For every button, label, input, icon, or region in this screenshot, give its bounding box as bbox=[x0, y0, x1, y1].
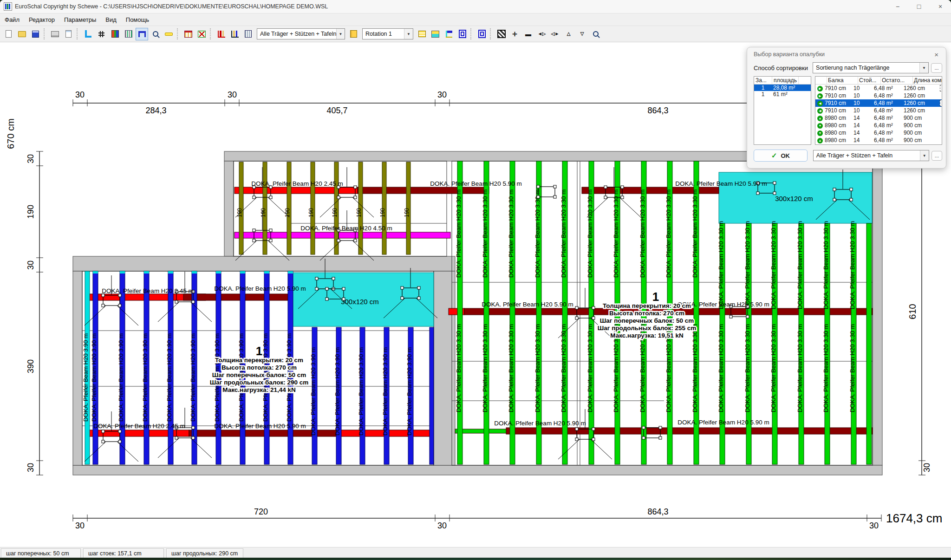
beam-layout-button[interactable] bbox=[122, 28, 135, 40]
cell: 1260 cm bbox=[904, 107, 939, 114]
beam-table[interactable]: Балка Стой... Остато... Длина компо... ▶… bbox=[815, 76, 942, 145]
shift-left-button[interactable]: ◄▷ bbox=[535, 28, 548, 40]
table-row[interactable]: ▶7910 cm106,48 m²1260 cm bbox=[815, 92, 942, 99]
field-number: 1 bbox=[652, 290, 659, 304]
beam-label: DOKA. Pfeifer Beam H20 3.30 m bbox=[744, 324, 751, 412]
rotation-combobox[interactable]: Rotation 1 ▼ bbox=[362, 28, 413, 39]
measure-tool-button[interactable] bbox=[163, 28, 175, 40]
beam-label: DOKA. Pfeifer Beam H20 3.30 m bbox=[612, 189, 619, 278]
layers-button[interactable] bbox=[416, 28, 428, 40]
pattern-icon bbox=[497, 30, 506, 38]
cell: 1260 cm bbox=[904, 85, 939, 91]
beam-label: DOKA. Pfeifer Beam H20 3.30 m bbox=[849, 324, 856, 412]
shift-right-button[interactable]: ◁► bbox=[549, 28, 561, 40]
menu-view[interactable]: Вид bbox=[101, 15, 121, 25]
formwork-grid-button[interactable] bbox=[109, 28, 121, 40]
sort-more-button[interactable]: ... bbox=[931, 63, 942, 73]
support-stats-button[interactable] bbox=[215, 28, 228, 40]
zoom-out-button[interactable]: ▬ bbox=[522, 28, 534, 40]
menu-help[interactable]: Помощь bbox=[121, 15, 154, 25]
parts-list-button[interactable] bbox=[242, 28, 254, 40]
move-beam-button[interactable] bbox=[443, 28, 455, 40]
save-button[interactable] bbox=[29, 28, 42, 40]
panel-preview-button[interactable] bbox=[476, 28, 488, 40]
magnifier-icon bbox=[593, 31, 599, 37]
print-button[interactable] bbox=[49, 28, 61, 40]
panel-preview-icon bbox=[478, 30, 486, 38]
svg-text:284,3: 284,3 bbox=[145, 106, 166, 115]
beam-table-button[interactable] bbox=[182, 28, 195, 40]
beam-label: DOKA. Pfeifer Beam H20 3.90 m bbox=[142, 333, 149, 422]
cell: 10 bbox=[853, 85, 874, 91]
shift-up-button[interactable]: △ bbox=[562, 28, 575, 40]
sort-combobox[interactable]: Sortierung nach Trägerlänge ▼ bbox=[813, 62, 929, 73]
minimize-icon[interactable]: − bbox=[887, 0, 908, 13]
col-header[interactable]: Длина компо... bbox=[913, 77, 942, 84]
filter-more-button[interactable]: ... bbox=[931, 151, 942, 161]
cell: 61 m² bbox=[772, 91, 789, 98]
cell: 900 cm bbox=[904, 115, 939, 121]
svg-text:610: 610 bbox=[907, 304, 918, 319]
cycle-t1t2-button[interactable] bbox=[429, 28, 442, 40]
beam-label: DOKA. Pfeifer Beam H20 3.30 m bbox=[822, 221, 829, 309]
list-item[interactable]: 128,08 m² bbox=[754, 85, 811, 91]
slab-formwork-button[interactable] bbox=[136, 28, 148, 40]
selection-marker bbox=[940, 100, 942, 106]
panel-view-button[interactable] bbox=[456, 28, 469, 40]
title-bar[interactable]: EuroSchal Copyright by Schewe - C:\USERS… bbox=[0, 0, 951, 13]
chevron-down-icon[interactable]: ▼ bbox=[920, 150, 929, 161]
variant-list[interactable]: За... площадь 128,08 m²161 m² bbox=[754, 76, 811, 145]
maximize-icon[interactable]: □ bbox=[908, 0, 930, 13]
beam-label: DOKA. Pfeifer Beam H20 5.90 m bbox=[494, 420, 586, 427]
col-header[interactable]: Остато... bbox=[881, 77, 913, 84]
edit-variant-button[interactable] bbox=[347, 28, 360, 40]
table-row[interactable]: ▶7910 cm106,48 m²1260 cm bbox=[815, 85, 942, 92]
ok-button[interactable]: ✓ OK bbox=[754, 150, 808, 162]
beam-label: DOKA. Pfeifer Beam H20 3.30 m bbox=[534, 324, 541, 412]
zoom-tool-button[interactable] bbox=[149, 28, 162, 40]
panel-size-label: 300x120 cm bbox=[775, 195, 813, 202]
col-header[interactable]: Балка bbox=[827, 77, 858, 84]
filter-combobox[interactable]: Alle Träger + Stützen + Tafeln ▼ bbox=[813, 150, 929, 161]
menu-bar: Файл Редактор Параметры Вид Помощь bbox=[0, 13, 951, 26]
beam-label: DOKA. Pfeifer Beam H20 3.30 m bbox=[796, 324, 803, 412]
cell: 6,48 m² bbox=[874, 107, 904, 114]
chevron-down-icon[interactable]: ▼ bbox=[919, 63, 928, 73]
table-row[interactable]: ▼8980 cm146,48 m²900 cm bbox=[815, 122, 942, 129]
horizontal-beams[interactable] bbox=[88, 187, 873, 436]
close-icon[interactable]: × bbox=[931, 51, 941, 59]
zoom-in-button[interactable]: ✛ bbox=[508, 28, 521, 40]
col-header[interactable]: Стой... bbox=[858, 77, 881, 84]
col-header[interactable]: площадь bbox=[772, 77, 799, 84]
shift-down-button[interactable]: ▽ bbox=[576, 28, 588, 40]
col-header[interactable]: За... bbox=[754, 77, 772, 84]
table-row[interactable]: ◀7910 cm106,48 m²1260 cm bbox=[815, 99, 942, 107]
print-preview-button[interactable] bbox=[62, 28, 75, 40]
menu-file[interactable]: Файл bbox=[0, 15, 24, 25]
menu-parameters[interactable]: Параметры bbox=[59, 15, 101, 25]
pattern-fill-button[interactable] bbox=[495, 28, 508, 40]
annotation-line: Шаг продольных балок: 290 cm bbox=[210, 379, 309, 386]
chevron-down-icon[interactable]: ▼ bbox=[336, 29, 345, 39]
beam-stats-button[interactable] bbox=[228, 28, 241, 40]
svg-text:30: 30 bbox=[437, 90, 447, 99]
new-document-button[interactable] bbox=[2, 28, 15, 40]
walls-tool-button[interactable] bbox=[82, 28, 94, 40]
formwork-panels[interactable]: 300x120 cm300x120 cm bbox=[291, 172, 872, 326]
menu-editor[interactable]: Редактор bbox=[24, 15, 59, 25]
grid-tool-button[interactable] bbox=[95, 28, 108, 40]
chevron-down-icon[interactable]: ▼ bbox=[404, 29, 413, 39]
formwork-variant-dialog: Выбор варианта опалубки × Способ сортиро… bbox=[747, 47, 946, 169]
check-icon: ✓ bbox=[771, 151, 777, 160]
table-row[interactable]: ▼8980 cm146,48 m²900 cm bbox=[815, 129, 942, 137]
table-row[interactable]: ◀7910 cm106,48 m²1260 cm bbox=[815, 107, 942, 114]
close-icon[interactable]: × bbox=[930, 0, 951, 13]
table-row[interactable]: ▲8980 cm146,48 m²900 cm bbox=[815, 114, 942, 122]
list-item[interactable]: 161 m² bbox=[754, 91, 811, 98]
view-filter-combobox[interactable]: Alle Träger + Stützen + Tafeln ▼ bbox=[257, 28, 345, 39]
open-file-button[interactable] bbox=[16, 28, 28, 40]
beam-table-delete-button[interactable] bbox=[195, 28, 208, 40]
table-row[interactable]: ▲8980 cm146,48 m²900 cm bbox=[815, 137, 942, 144]
dialog-title-bar[interactable]: Выбор варианта опалубки × bbox=[747, 47, 946, 60]
zoom-window-button[interactable] bbox=[589, 28, 602, 40]
